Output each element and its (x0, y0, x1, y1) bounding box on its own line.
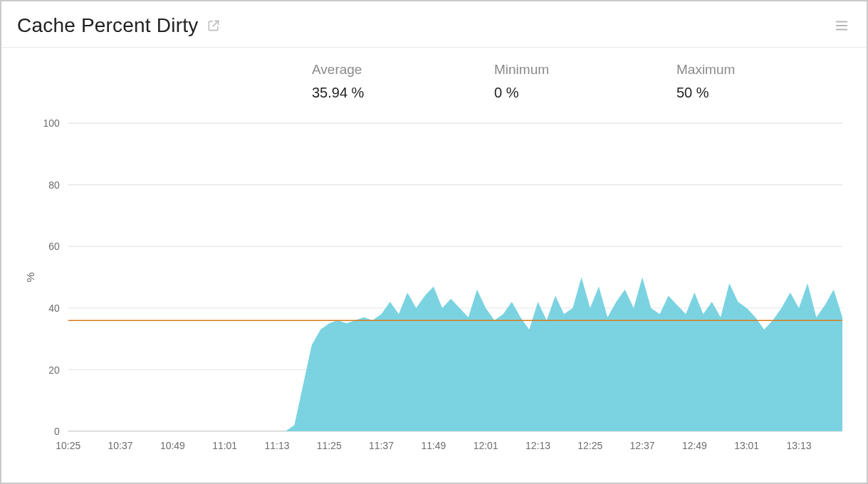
stat-average: Average 35.94 % (312, 62, 494, 101)
stat-maximum-label: Maximum (676, 62, 859, 78)
title-wrap: Cache Percent Dirty (17, 14, 221, 37)
svg-text:10:25: 10:25 (56, 440, 80, 451)
stat-minimum: Minimum 0 % (494, 62, 676, 101)
svg-text:12:25: 12:25 (577, 440, 602, 451)
svg-text:11:37: 11:37 (369, 440, 394, 451)
area-chart[interactable]: 020406080100%10:2510:3710:4911:0111:1311… (19, 108, 849, 461)
summary-row: Average 35.94 % Minimum 0 % Maximum 50 % (1, 48, 867, 108)
svg-text:11:49: 11:49 (421, 440, 446, 451)
menu-icon[interactable] (834, 18, 849, 33)
svg-text:60: 60 (48, 241, 60, 252)
stat-average-label: Average (312, 62, 494, 78)
svg-text:12:37: 12:37 (630, 440, 655, 451)
chart-area: 020406080100%10:2510:3710:4911:0111:1311… (1, 108, 867, 483)
popout-icon[interactable] (206, 19, 221, 33)
stat-minimum-value: 0 % (494, 85, 676, 101)
svg-text:11:01: 11:01 (212, 440, 237, 451)
svg-text:0: 0 (54, 426, 60, 437)
svg-text:13:01: 13:01 (734, 440, 759, 451)
svg-text:20: 20 (48, 364, 60, 375)
stat-average-value: 35.94 % (312, 85, 494, 101)
svg-text:10:49: 10:49 (160, 440, 185, 451)
stat-minimum-label: Minimum (494, 62, 676, 78)
svg-text:80: 80 (48, 179, 60, 191)
svg-text:11:25: 11:25 (317, 440, 342, 451)
svg-text:100: 100 (43, 117, 60, 129)
chart-panel: Cache Percent Dirty Average 35.94 % Mini… (0, 0, 868, 484)
svg-text:12:01: 12:01 (474, 440, 498, 451)
svg-text:12:49: 12:49 (682, 440, 707, 451)
svg-text:10:37: 10:37 (108, 440, 133, 451)
stat-maximum-value: 50 % (676, 85, 859, 101)
panel-title: Cache Percent Dirty (17, 14, 198, 37)
svg-text:40: 40 (48, 302, 60, 314)
svg-text:11:13: 11:13 (265, 440, 290, 451)
svg-text:13:13: 13:13 (787, 440, 812, 451)
panel-header: Cache Percent Dirty (1, 1, 867, 48)
stat-maximum: Maximum 50 % (676, 62, 859, 101)
svg-text:12:13: 12:13 (525, 440, 550, 451)
svg-text:%: % (24, 272, 36, 282)
